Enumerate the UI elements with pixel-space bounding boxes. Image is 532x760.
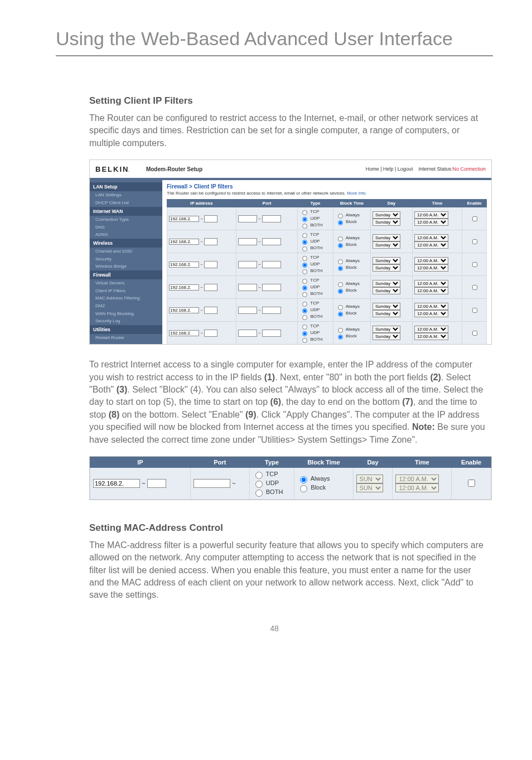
ip-prefix-input[interactable] <box>169 284 199 291</box>
block-radio[interactable] <box>338 220 343 225</box>
time-end-select[interactable]: 12:00 A.M. <box>395 483 439 492</box>
time-start-select[interactable]: 12:00 A.M. <box>414 280 448 287</box>
block-radio[interactable] <box>338 335 343 340</box>
port-from-input[interactable] <box>238 261 257 268</box>
port-to-input[interactable] <box>262 238 281 245</box>
block-radio[interactable] <box>300 485 307 492</box>
time-end-select[interactable]: 12:00 A.M. <box>414 241 448 249</box>
time-start-select[interactable]: 12:00 A.M. <box>414 234 448 241</box>
tcp-radio[interactable] <box>302 325 307 330</box>
time-end-select[interactable]: 12:00 A.M. <box>414 333 448 340</box>
day-end-select[interactable]: Sunday <box>373 241 400 249</box>
both-radio[interactable] <box>302 246 307 251</box>
sidebar-item[interactable]: ADNS <box>90 231 162 239</box>
day-start-select[interactable]: SUN <box>356 475 383 483</box>
enable-checkbox[interactable] <box>472 308 477 313</box>
time-start-select[interactable]: 12:00 A.M. <box>414 257 448 264</box>
udp-radio[interactable] <box>302 331 307 336</box>
day-start-select[interactable]: Sunday <box>373 326 400 333</box>
nav-links[interactable]: Home | Help | Logout <box>366 166 413 172</box>
ip-prefix-input[interactable] <box>169 307 199 313</box>
sidebar-item[interactable]: DHCP Client List <box>90 199 162 207</box>
port-to-input[interactable] <box>262 215 281 222</box>
block-radio[interactable] <box>338 266 343 271</box>
port-to-input[interactable] <box>262 330 281 337</box>
udp-radio[interactable] <box>302 240 307 245</box>
sidebar-item[interactable]: Channel and SSID <box>90 248 162 255</box>
day-end-select[interactable]: Sunday <box>373 219 400 226</box>
port-from-input[interactable] <box>238 307 257 314</box>
tcp-radio[interactable] <box>302 210 307 215</box>
ip-octet-input[interactable] <box>204 330 217 337</box>
udp-radio[interactable] <box>302 263 307 268</box>
ip-prefix-input[interactable] <box>169 216 199 222</box>
enable-checkbox[interactable] <box>472 216 477 221</box>
always-radio[interactable] <box>338 236 343 241</box>
enable-checkbox[interactable] <box>472 262 477 267</box>
time-end-select[interactable]: 12:00 A.M. <box>414 219 448 226</box>
always-radio[interactable] <box>300 476 307 483</box>
port-from-input[interactable] <box>238 238 257 245</box>
ip-octet-input[interactable] <box>204 284 217 291</box>
sidebar-item[interactable]: DNS <box>90 224 162 231</box>
sidebar-item[interactable]: WAN Ping Blocking <box>90 310 162 318</box>
sidebar-item[interactable]: MAC Address Filtering <box>90 294 162 302</box>
port-input[interactable] <box>194 479 230 488</box>
both-radio[interactable] <box>302 224 307 229</box>
block-radio[interactable] <box>338 289 343 294</box>
sidebar-item[interactable]: Virtual Servers <box>90 279 162 287</box>
port-from-input[interactable] <box>238 215 257 222</box>
ip-prefix-input[interactable] <box>169 330 199 336</box>
day-start-select[interactable]: Sunday <box>373 211 400 219</box>
day-start-select[interactable]: Sunday <box>373 280 400 287</box>
always-radio[interactable] <box>338 259 343 264</box>
always-radio[interactable] <box>338 282 343 287</box>
time-end-select[interactable]: 12:00 A.M. <box>414 287 448 294</box>
sidebar-item[interactable]: Connection Type <box>90 216 162 224</box>
enable-checkbox[interactable] <box>472 239 477 244</box>
both-radio[interactable] <box>302 338 307 343</box>
ip-octet-input[interactable] <box>204 261 217 268</box>
day-end-select[interactable]: SUN <box>356 483 383 492</box>
udp-radio[interactable] <box>255 481 263 488</box>
time-end-select[interactable]: 12:00 A.M. <box>414 264 448 272</box>
sidebar-item[interactable]: Security <box>90 255 162 263</box>
udp-radio[interactable] <box>302 217 307 222</box>
both-radio[interactable] <box>302 292 307 297</box>
ip-octet-input[interactable] <box>204 238 217 245</box>
day-end-select[interactable]: Sunday <box>373 264 400 272</box>
tcp-radio[interactable] <box>302 279 307 284</box>
day-start-select[interactable]: Sunday <box>373 303 400 310</box>
port-to-input[interactable] <box>262 261 281 268</box>
both-radio[interactable] <box>302 269 307 274</box>
port-to-input[interactable] <box>262 307 281 314</box>
day-end-select[interactable]: Sunday <box>373 333 400 340</box>
sidebar-item[interactable]: Client IP Filters <box>90 287 162 295</box>
ip-octet-input[interactable] <box>204 307 217 314</box>
sidebar-item[interactable]: DMZ <box>90 302 162 310</box>
port-from-input[interactable] <box>238 330 257 337</box>
udp-radio[interactable] <box>302 308 307 313</box>
ip-prefix-input[interactable] <box>93 479 140 488</box>
sidebar-item[interactable]: Wireless Bridge <box>90 263 162 270</box>
time-start-select[interactable]: 12:00 A.M. <box>414 303 448 310</box>
time-start-select[interactable]: 12:00 A.M. <box>395 475 439 483</box>
port-to-input[interactable] <box>262 284 281 291</box>
always-radio[interactable] <box>338 305 343 310</box>
day-start-select[interactable]: Sunday <box>373 234 400 241</box>
enable-checkbox[interactable] <box>468 480 475 487</box>
day-end-select[interactable]: Sunday <box>373 287 400 294</box>
sidebar-item[interactable]: LAN Settings <box>90 191 162 199</box>
sidebar-item[interactable]: Restart Router <box>90 334 162 342</box>
ip-octet-input[interactable] <box>204 215 217 222</box>
time-start-select[interactable]: 12:00 A.M. <box>414 326 448 333</box>
tcp-radio[interactable] <box>302 302 307 307</box>
always-radio[interactable] <box>338 328 343 333</box>
day-end-select[interactable]: Sunday <box>373 310 400 317</box>
tcp-radio[interactable] <box>302 256 307 261</box>
enable-checkbox[interactable] <box>472 285 477 290</box>
udp-radio[interactable] <box>302 285 307 291</box>
sidebar-item[interactable]: Security Log <box>90 317 162 325</box>
enable-checkbox[interactable] <box>472 331 477 336</box>
ip-octet-input[interactable] <box>147 479 166 488</box>
